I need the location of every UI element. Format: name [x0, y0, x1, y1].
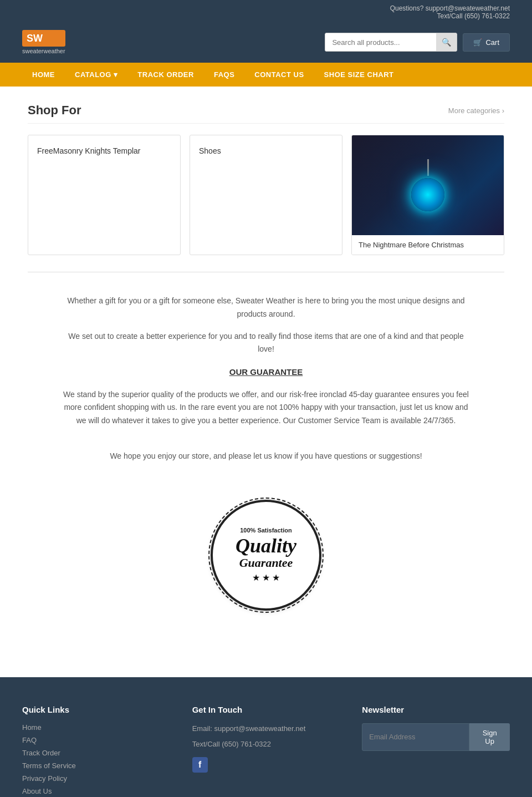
shop-for-title: Shop For [28, 103, 81, 118]
quick-links-title: Quick Links [22, 705, 170, 714]
header-top: Questions? support@sweateweather.net Tex… [0, 0, 532, 24]
footer-email: Email: support@sweateweather.net [192, 723, 340, 735]
more-categories-link[interactable]: More categories › [448, 106, 504, 115]
get-in-touch-title: Get In Touch [192, 705, 340, 714]
search-input[interactable] [325, 34, 436, 51]
dropdown-icon: ▾ [114, 70, 118, 79]
category-label-nightmare: The Nightmare Before Christmas [352, 235, 504, 255]
nav-faqs[interactable]: FAQS [204, 63, 244, 87]
body-para2: We set out to create a better experience… [61, 330, 471, 357]
logo-brand: sweaterweather [22, 48, 65, 54]
main-content: Shop For More categories › FreeMasonry K… [17, 87, 515, 644]
header-main: SW sweaterweather 🔍 🛒 Cart [0, 24, 532, 63]
footer-grid: Quick Links Home FAQ Track Order Terms o… [22, 705, 510, 797]
footer-link-home[interactable]: Home [22, 723, 170, 732]
contact-question: Questions? support@sweateweather.net [390, 4, 510, 12]
category-card-freemasonry[interactable]: FreeMasonry Knights Templar [28, 135, 181, 255]
cart-button[interactable]: 🛒 Cart [463, 33, 510, 52]
nav-track-order[interactable]: TRACK ORDER [127, 63, 204, 87]
category-card-nightmare[interactable]: The Nightmare Before Christmas [351, 135, 504, 255]
shop-for-section: Shop For More categories › FreeMasonry K… [28, 103, 504, 255]
nav-catalog[interactable]: CATALOG ▾ [65, 63, 127, 87]
newsletter-form: Sign Up [362, 723, 510, 751]
newsletter-signup-button[interactable]: Sign Up [469, 723, 510, 751]
category-label-freemasonry: FreeMasonry Knights Templar [28, 135, 180, 177]
body-section: Whether a gift for you or a gift for som… [28, 283, 504, 483]
nav-contact-us[interactable]: CONTACT US [244, 63, 314, 87]
nav-bar: HOME CATALOG ▾ TRACK ORDER FAQS CONTACT … [0, 63, 532, 87]
logo-sw: SW [22, 30, 65, 47]
footer-phone: Text/Call (650) 761-0322 [192, 739, 340, 750]
footer-get-in-touch: Get In Touch Email: support@sweateweathe… [192, 705, 340, 797]
contact-email-link[interactable]: support@sweateweather.net [426, 4, 510, 12]
footer-newsletter: Newsletter Sign Up [362, 705, 510, 797]
categories-grid: FreeMasonry Knights Templar Shoes The Ni… [28, 135, 504, 255]
search-button[interactable]: 🔍 [436, 33, 457, 51]
nav-shoe-size-chart[interactable]: SHOE SIZE CHART [314, 63, 404, 87]
facebook-link[interactable]: f [192, 757, 208, 773]
contact-info: Questions? support@sweateweather.net Tex… [390, 4, 510, 20]
guarantee-text: We stand by the superior quality of the … [61, 388, 471, 428]
footer: Quick Links Home FAQ Track Order Terms o… [0, 677, 532, 797]
shop-for-header: Shop For More categories › [28, 103, 504, 124]
separator [28, 272, 504, 272]
logo[interactable]: SW sweaterweather [22, 30, 65, 54]
category-image-nightmare [352, 135, 504, 235]
footer-link-privacy[interactable]: Privacy Policy [22, 774, 170, 783]
body-para1: Whether a gift for you or a gift for som… [61, 295, 471, 321]
search-wrap: 🔍 [325, 33, 457, 52]
footer-link-track-order[interactable]: Track Order [22, 749, 170, 757]
category-card-shoes[interactable]: Shoes [190, 135, 342, 255]
header-actions: 🔍 🛒 Cart [325, 33, 510, 52]
pendant-image [411, 178, 444, 211]
contact-phone: Text/Call (650) 761-0322 [390, 12, 510, 20]
newsletter-title: Newsletter [362, 705, 510, 714]
cart-icon: 🛒 [473, 38, 482, 47]
footer-link-about[interactable]: About Us [22, 787, 170, 795]
quality-badge-wrap: 100% Satisfaction Quality Guarantee ★ ★ … [28, 500, 504, 611]
footer-link-terms[interactable]: Terms of Service [22, 762, 170, 770]
quality-badge: 100% Satisfaction Quality Guarantee ★ ★ … [211, 500, 321, 611]
footer-link-faq[interactable]: FAQ [22, 736, 170, 744]
newsletter-email-input[interactable] [362, 723, 469, 751]
category-label-shoes: Shoes [190, 135, 342, 177]
guarantee-title: OUR GUARANTEE [61, 365, 471, 379]
body-closing: We hope you enjoy our store, and please … [61, 450, 471, 463]
badge-ring [208, 498, 324, 613]
nav-home[interactable]: HOME [22, 63, 65, 87]
footer-quick-links: Quick Links Home FAQ Track Order Terms o… [22, 705, 170, 797]
